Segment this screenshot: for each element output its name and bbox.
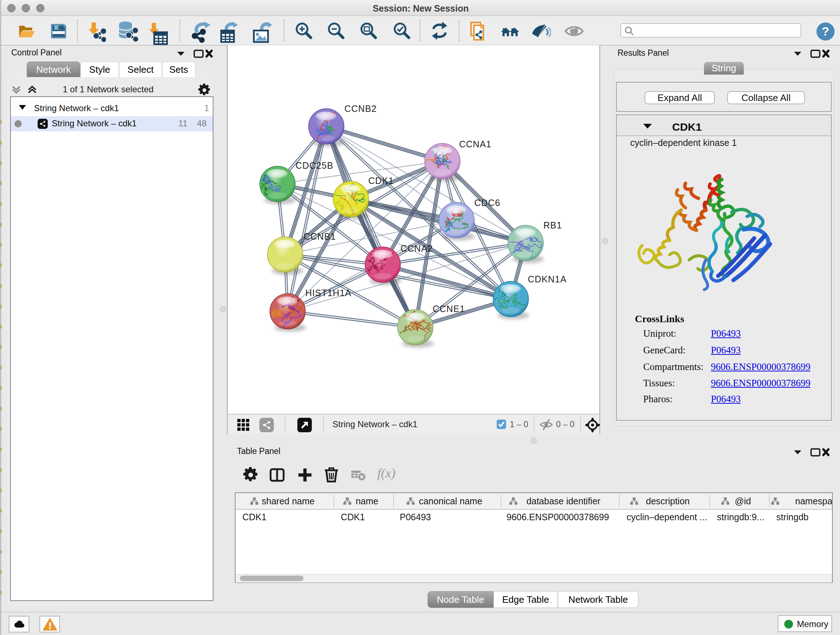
svg-text:CCNE1: CCNE1 <box>433 304 465 314</box>
svg-text:CDK1: CDK1 <box>368 176 394 186</box>
svg-text:HIST1H1A: HIST1H1A <box>305 288 351 298</box>
svg-text:CCNA2: CCNA2 <box>401 243 433 253</box>
svg-text:CCNA1: CCNA1 <box>459 139 492 149</box>
svg-text:?: ? <box>822 24 829 38</box>
svg-text:CCNB2: CCNB2 <box>344 103 377 114</box>
svg-text:RB1: RB1 <box>543 220 562 230</box>
svg-text:CCNB1: CCNB1 <box>303 231 336 241</box>
svg-text:CDKN1A: CDKN1A <box>528 274 567 284</box>
svg-text:CDC6: CDC6 <box>474 198 500 208</box>
svg-text:CDC25B: CDC25B <box>295 160 333 171</box>
